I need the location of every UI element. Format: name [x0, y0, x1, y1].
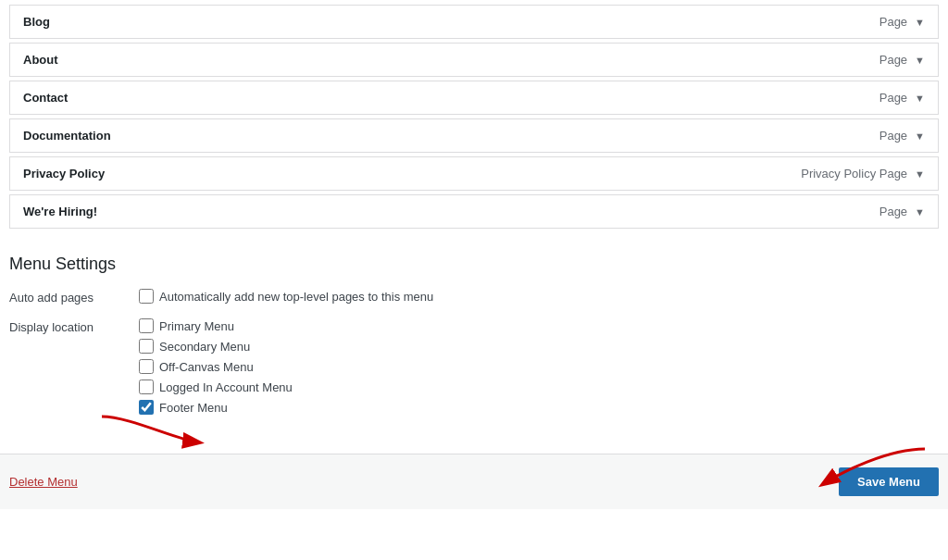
- chevron-down-icon: ▼: [915, 17, 925, 28]
- chevron-down-icon: ▼: [915, 131, 925, 142]
- location-checkbox-row: Secondary Menu: [139, 339, 939, 354]
- chevron-down-icon: ▼: [915, 93, 925, 104]
- menu-item-type-text: Page: [879, 53, 907, 67]
- menu-item[interactable]: Blog Page ▼: [9, 5, 939, 39]
- menu-item-type: Privacy Policy Page ▼: [801, 167, 925, 180]
- location-checkbox-row: Logged In Account Menu: [139, 380, 939, 394]
- menu-item-label: Privacy Policy: [23, 167, 105, 180]
- menu-settings-title: Menu Settings: [9, 255, 939, 274]
- menu-item-type: Page ▼: [879, 91, 925, 105]
- location-checkbox[interactable]: [139, 339, 154, 354]
- location-checkbox[interactable]: [139, 318, 154, 333]
- menu-items-list: Blog Page ▼ About Page ▼ Contact Page ▼ …: [0, 0, 948, 229]
- location-checkbox-label[interactable]: Off-Canvas Menu: [159, 360, 254, 374]
- delete-menu-link[interactable]: Delete Menu: [9, 475, 78, 489]
- menu-item-label: Documentation: [23, 129, 111, 143]
- display-location-control: Primary Menu Secondary Menu Off-Canvas M…: [139, 318, 939, 420]
- auto-add-label: Auto add pages: [9, 289, 139, 305]
- menu-item-type: Page ▼: [879, 53, 925, 67]
- menu-item-label: Blog: [23, 15, 50, 29]
- page-wrap: Blog Page ▼ About Page ▼ Contact Page ▼ …: [0, 0, 948, 560]
- location-checkbox[interactable]: [139, 380, 154, 394]
- menu-item-type-text: Page: [879, 129, 907, 143]
- menu-item-type-text: Page: [879, 15, 907, 29]
- menu-item[interactable]: Privacy Policy Privacy Policy Page ▼: [9, 156, 939, 191]
- menu-item-type: Page ▼: [879, 205, 925, 218]
- menu-item[interactable]: We're Hiring! Page ▼: [9, 194, 939, 229]
- menu-item-type: Page ▼: [879, 129, 925, 143]
- menu-item-type-text: Privacy Policy Page: [801, 167, 907, 180]
- auto-add-checkbox-label[interactable]: Automatically add new top-level pages to…: [159, 290, 433, 304]
- display-location-row: Display location Primary Menu Secondary …: [9, 318, 939, 420]
- location-checkbox-label[interactable]: Secondary Menu: [159, 340, 250, 354]
- footer-bar: Delete Menu Save Menu: [0, 454, 948, 509]
- chevron-down-icon: ▼: [915, 55, 925, 66]
- location-checkbox-row: Footer Menu: [139, 400, 939, 415]
- menu-item-label: We're Hiring!: [23, 205, 97, 218]
- location-checkbox-row: Primary Menu: [139, 318, 939, 333]
- left-arrow-icon: [93, 407, 204, 454]
- auto-add-checkbox-row: Automatically add new top-level pages to…: [139, 289, 939, 304]
- chevron-down-icon: ▼: [915, 206, 925, 218]
- menu-item-type-text: Page: [879, 91, 907, 105]
- menu-item[interactable]: Documentation Page ▼: [9, 118, 939, 153]
- location-checkbox[interactable]: [139, 359, 154, 374]
- menu-item[interactable]: Contact Page ▼: [9, 81, 939, 115]
- chevron-down-icon: ▼: [915, 168, 925, 180]
- auto-add-checkbox[interactable]: [139, 289, 154, 304]
- menu-item-label: About: [23, 53, 58, 67]
- auto-add-row: Auto add pages Automatically add new top…: [9, 289, 939, 309]
- location-checkbox-row: Off-Canvas Menu: [139, 359, 939, 374]
- display-location-label: Display location: [9, 318, 139, 334]
- menu-item-type: Page ▼: [879, 15, 925, 29]
- menu-item-label: Contact: [23, 91, 68, 105]
- menu-item[interactable]: About Page ▼: [9, 43, 939, 77]
- menu-item-type-text: Page: [879, 205, 907, 218]
- auto-add-control: Automatically add new top-level pages to…: [139, 289, 939, 309]
- location-checkbox-label[interactable]: Primary Menu: [159, 319, 234, 333]
- location-checkbox-label[interactable]: Logged In Account Menu: [159, 380, 293, 394]
- right-arrow-icon: [814, 440, 934, 491]
